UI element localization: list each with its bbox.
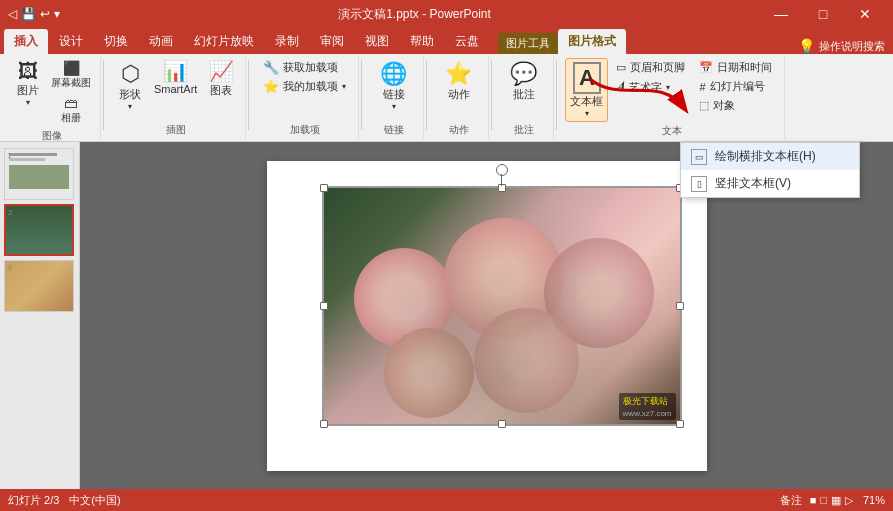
selected-image[interactable]: 极光下载站www.xz7.com — [322, 186, 682, 426]
ribbon-group-link: 🌐 链接 ▾ 链接 — [364, 56, 424, 139]
header-footer-button[interactable]: ▭ 页眉和页脚 — [610, 58, 691, 77]
date-time-icon: 📅 — [699, 61, 713, 74]
maximize-button[interactable]: □ — [803, 0, 843, 28]
header-footer-icon: ▭ — [616, 61, 626, 74]
window-controls: — □ ✕ — [761, 0, 885, 28]
tab-slideshow[interactable]: 幻灯片放映 — [184, 29, 264, 54]
tab-picture-format[interactable]: 图片格式 — [558, 29, 626, 54]
smartart-button[interactable]: 📊 SmartArt — [150, 58, 201, 98]
slide-thumb-3[interactable]: 3 — [4, 260, 74, 312]
tab-review[interactable]: 审阅 — [310, 29, 354, 54]
slide-thumb-1[interactable]: 1 — [4, 148, 74, 200]
tab-cloud[interactable]: 云盘 — [445, 29, 489, 54]
text-stacked2: 📅 日期和时间 # 幻灯片编号 ⬚ 对象 — [693, 58, 778, 115]
handle-bl[interactable] — [320, 420, 328, 428]
undo-icon[interactable]: ↩ — [40, 7, 50, 21]
text-stacked: ▭ 页眉和页脚 𝑨 艺术字 ▾ — [610, 58, 691, 97]
draw-horizontal-icon: ▭ — [691, 149, 707, 165]
ribbon-group-comment: 💬 批注 批注 — [494, 56, 554, 139]
ribbon-group-illustration: ⬡ 形状 ▾ 📊 SmartArt 📈 图表 插图 — [106, 56, 246, 139]
shape-icon: ⬡ — [121, 61, 140, 87]
addins-buttons: 🔧 获取加载项 ⭐ 我的加载项 ▾ — [257, 58, 352, 121]
tab-design[interactable]: 设计 — [49, 29, 93, 54]
draw-horizontal-textbox-item[interactable]: ▭ 绘制横排文本框(H) — [681, 143, 859, 170]
picture-button[interactable]: 🖼 图片 ▾ — [10, 58, 46, 110]
screenshot-button[interactable]: ⬛ 屏幕截图 — [48, 58, 94, 92]
action-button[interactable]: ⭐ 动作 — [441, 58, 477, 105]
handle-ml[interactable] — [320, 302, 328, 310]
tab-view[interactable]: 视图 — [355, 29, 399, 54]
picture-icon: 🖼 — [18, 61, 38, 81]
slide-panel: 1 2 3 — [0, 142, 80, 489]
save-icon[interactable]: 💾 — [21, 7, 36, 21]
lightbulb-icon[interactable]: 💡 — [798, 38, 815, 54]
action-icon: ⭐ — [445, 61, 472, 87]
minimize-button[interactable]: — — [761, 0, 801, 28]
tab-transition[interactable]: 切换 — [94, 29, 138, 54]
handle-mr[interactable] — [676, 302, 684, 310]
language-info: 中文(中国) — [69, 493, 120, 508]
handle-br[interactable] — [676, 420, 684, 428]
get-addin-icon: 🔧 — [263, 60, 279, 75]
slide-num-button[interactable]: # 幻灯片编号 — [693, 77, 778, 96]
slide-canvas: 极光下载站www.xz7.com — [267, 161, 707, 471]
ribbon-group-text: A 文本框 ▾ ▭ 页眉和页脚 𝑨 艺术字 ▾ 📅 — [559, 56, 785, 139]
ribbon-tabs-bar: 插入 设计 切换 动画 幻灯片放映 录制 审阅 视图 帮助 云盘 图片工具 图片… — [0, 28, 893, 54]
my-addin-icon: ⭐ — [263, 79, 279, 94]
tab-insert[interactable]: 插入 — [4, 29, 48, 54]
tab-help[interactable]: 帮助 — [400, 29, 444, 54]
my-addin-button[interactable]: ⭐ 我的加载项 ▾ — [257, 77, 352, 96]
chart-icon: 📈 — [209, 61, 234, 81]
handle-bc[interactable] — [498, 420, 506, 428]
object-icon: ⬚ — [699, 99, 709, 112]
link-group-label: 链接 — [384, 121, 404, 137]
textbox-button[interactable]: A 文本框 ▾ — [565, 58, 608, 122]
rotate-handle[interactable] — [496, 164, 508, 176]
image-buttons: 🖼 图片 ▾ ⬛ 屏幕截图 🗃 相册 — [10, 58, 94, 127]
slide-num-icon: # — [699, 81, 705, 93]
notes-button[interactable]: 备注 — [780, 493, 802, 508]
ribbon-group-addins: 🔧 获取加载项 ⭐ 我的加载项 ▾ 加载项 — [251, 56, 359, 139]
smartart-icon: 📊 — [163, 61, 188, 81]
action-group-label: 动作 — [449, 121, 469, 137]
object-button[interactable]: ⬚ 对象 — [693, 96, 778, 115]
art-text-button[interactable]: 𝑨 艺术字 ▾ — [610, 77, 691, 97]
ribbon-group-image: 🖼 图片 ▾ ⬛ 屏幕截图 🗃 相册 图像 — [4, 56, 101, 139]
title-bar-quick-access: ◁ 💾 ↩ ▾ — [8, 7, 60, 21]
link-icon: 🌐 — [380, 61, 407, 87]
date-time-button[interactable]: 📅 日期和时间 — [693, 58, 778, 77]
art-text-icon: 𝑨 — [616, 79, 625, 95]
dropdown-icon[interactable]: ▾ — [54, 7, 60, 21]
tab-animation[interactable]: 动画 — [139, 29, 183, 54]
slide-thumb-2[interactable]: 2 — [4, 204, 74, 256]
draw-vertical-icon: ▯ — [691, 176, 707, 192]
back-icon[interactable]: ◁ — [8, 7, 17, 21]
title-bar: ◁ 💾 ↩ ▾ 演示文稿1.pptx - PowerPoint — □ ✕ — [0, 0, 893, 28]
shape-button[interactable]: ⬡ 形状 ▾ — [112, 58, 148, 114]
view-normal-icon[interactable]: ■ — [810, 494, 817, 506]
chart-button[interactable]: 📈 图表 — [203, 58, 239, 101]
addin-stack: 🔧 获取加载项 ⭐ 我的加载项 ▾ — [257, 58, 352, 96]
handle-tl[interactable] — [320, 184, 328, 192]
view-play-icon[interactable]: ▷ — [845, 494, 853, 507]
draw-vertical-textbox-item[interactable]: ▯ 竖排文本框(V) — [681, 170, 859, 197]
search-label[interactable]: 操作说明搜索 — [819, 39, 885, 54]
comment-group-label: 批注 — [514, 121, 534, 137]
slide-info: 幻灯片 2/3 — [8, 493, 59, 508]
screenshot-icon: ⬛ — [63, 60, 80, 76]
addins-group-label: 加载项 — [290, 121, 320, 137]
status-bar: 幻灯片 2/3 中文(中国) 备注 ■ □ ▦ ▷ 71% — [0, 489, 893, 511]
tab-record[interactable]: 录制 — [265, 29, 309, 54]
album-button[interactable]: 🗃 相册 — [48, 93, 94, 127]
text-group-label: 文本 — [662, 122, 682, 138]
link-button[interactable]: 🌐 链接 ▾ — [376, 58, 412, 114]
view-grid-icon[interactable]: ▦ — [831, 494, 841, 507]
view-outline-icon[interactable]: □ — [820, 494, 827, 506]
ribbon-group-action: ⭐ 动作 动作 — [429, 56, 489, 139]
close-button[interactable]: ✕ — [845, 0, 885, 28]
album-icon: 🗃 — [64, 95, 78, 111]
illustration-buttons: ⬡ 形状 ▾ 📊 SmartArt 📈 图表 — [112, 58, 239, 121]
comment-button[interactable]: 💬 批注 — [506, 58, 542, 105]
get-addin-button[interactable]: 🔧 获取加载项 — [257, 58, 352, 77]
ribbon: 🖼 图片 ▾ ⬛ 屏幕截图 🗃 相册 图像 ⬡ 形状 — [0, 54, 893, 142]
